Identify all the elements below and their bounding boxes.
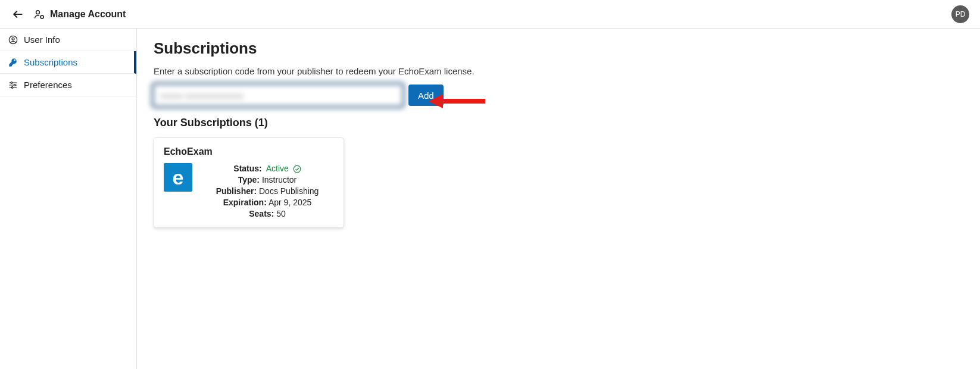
instruction-text: Enter a subscription code from your publ… (154, 66, 963, 76)
echoexam-logo: e (164, 163, 192, 192)
sidebar-item-subscriptions[interactable]: Subscriptions (0, 51, 136, 74)
svg-point-4 (12, 37, 14, 40)
arrow-left-icon (12, 8, 24, 20)
back-button[interactable] (10, 6, 26, 23)
sidebar-item-preferences[interactable]: Preferences (0, 74, 136, 96)
status-value: Active (266, 164, 289, 173)
your-subscriptions-title: Your Subscriptions (1) (154, 117, 963, 129)
type-label: Type: (238, 175, 260, 185)
status-label: Status: (233, 164, 261, 173)
sidebar-item-user-info[interactable]: User Info (0, 29, 136, 51)
main-content: Subscriptions Enter a subscription code … (137, 29, 980, 369)
svg-point-13 (294, 165, 301, 173)
user-circle-icon (8, 35, 18, 45)
publisher-label: Publisher: (216, 186, 257, 196)
manage-account-icon (33, 8, 45, 20)
type-value: Instructor (262, 175, 297, 185)
key-icon (8, 58, 18, 67)
expiration-value: Apr 9, 2025 (269, 198, 311, 207)
sidebar-item-label: User Info (24, 35, 60, 45)
sidebar: User Info Subscriptions Pre (0, 29, 137, 369)
sliders-icon (8, 80, 18, 90)
svg-point-10 (11, 86, 13, 88)
publisher-value: Docs Publishing (259, 186, 319, 196)
subscription-code-input[interactable] (154, 85, 402, 106)
svg-point-1 (36, 10, 40, 14)
svg-point-8 (11, 82, 13, 83)
subscription-card: EchoExam e Status: Active (154, 137, 344, 228)
add-button[interactable]: Add (408, 85, 444, 106)
code-input-row: Add (154, 85, 963, 106)
svg-point-9 (14, 84, 15, 86)
seats-value: 50 (276, 209, 286, 218)
seats-label: Seats: (249, 209, 274, 218)
subscription-info: Status: Active Type: Instructor (201, 163, 334, 219)
check-circle-icon (293, 165, 301, 173)
expiration-label: Expiration: (223, 198, 267, 207)
subscription-product-name: EchoExam (164, 146, 334, 157)
page-header-title: Manage Account (50, 9, 126, 20)
sidebar-item-label: Subscriptions (24, 57, 77, 67)
sidebar-item-label: Preferences (24, 80, 72, 90)
avatar[interactable]: PD (951, 5, 969, 23)
app-header: Manage Account PD (0, 0, 980, 29)
page-title: Subscriptions (154, 39, 963, 58)
